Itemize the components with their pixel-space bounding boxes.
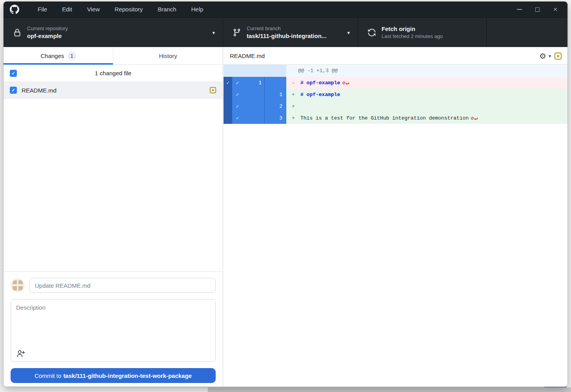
line-select-toggle[interactable]: 1 xyxy=(265,89,286,100)
menu-file[interactable]: File xyxy=(30,2,55,17)
return-arrow-icon: ↵ xyxy=(475,115,478,122)
current-branch-label: Current branch xyxy=(247,25,326,32)
modified-file-icon xyxy=(209,87,216,94)
menu-branch[interactable]: Branch xyxy=(150,2,184,17)
diff-hunk-row: @@ -1 +1,3 @@ xyxy=(224,65,567,77)
fetch-origin-button[interactable]: Fetch origin Last fetched 2 minutes ago xyxy=(358,18,487,47)
add-coauthor-button[interactable] xyxy=(16,349,26,358)
diff-pane: README.md ⚙ ▾ @@ -1 +1,3 @@ xyxy=(224,47,567,387)
minimize-button[interactable] xyxy=(510,2,528,17)
circle-slash-icon: ⊘ xyxy=(342,80,346,86)
hunk-select-handle[interactable] xyxy=(224,112,232,124)
menu-repository[interactable]: Repository xyxy=(107,2,150,17)
maximize-button[interactable] xyxy=(528,2,546,17)
line-select-toggle[interactable]: ✓ 1 xyxy=(232,77,264,89)
tab-history[interactable]: History xyxy=(113,47,223,64)
gear-icon: ⚙ xyxy=(539,52,546,60)
diff-options-button[interactable]: ⚙ ▾ xyxy=(539,52,551,60)
diff-line-text: This is a test for the GitHub integratio… xyxy=(300,115,469,121)
diff-row-removed: ✓ ✓ 1 - # opf-example ⊘↵ xyxy=(224,77,567,89)
circle-slash-icon: ⊘ xyxy=(471,115,474,122)
current-branch-dropdown[interactable]: Current branch task/111-github-integrati… xyxy=(223,18,358,47)
title-bar: File Edit View Repository Branch Help × xyxy=(4,2,567,17)
commit-description-wrap xyxy=(11,299,216,362)
file-row-readme[interactable]: ✓ README.md xyxy=(4,82,223,99)
github-logo-icon xyxy=(10,5,19,14)
chevron-down-icon: ▾ xyxy=(212,29,215,35)
diff-line-text: # opf-example xyxy=(300,92,340,98)
modified-file-icon xyxy=(554,52,562,60)
fetch-origin-subtitle: Last fetched 2 minutes ago xyxy=(382,33,443,40)
tab-history-label: History xyxy=(159,53,177,59)
line-select-toggle[interactable]: ✓ xyxy=(232,89,264,100)
new-line-number: 3 xyxy=(279,115,282,121)
diff-marker: + xyxy=(286,92,300,98)
commit-description-input[interactable] xyxy=(11,299,215,346)
commit-button-prefix: Commit to xyxy=(35,372,61,379)
diff-hunk-header: @@ -1 +1,3 @@ xyxy=(286,65,567,77)
diff-marker: - xyxy=(286,80,300,86)
check-icon: ✓ xyxy=(226,80,229,86)
commit-button[interactable]: Commit to task/111-github-integration-te… xyxy=(11,368,216,383)
lock-icon xyxy=(13,28,22,37)
diff-header: README.md ⚙ ▾ xyxy=(224,47,567,65)
check-icon: ✓ xyxy=(236,92,239,98)
no-newline-indicator: ⊘↵ xyxy=(471,115,478,122)
no-newline-indicator: ⊘↵ xyxy=(342,80,349,86)
maximize-icon xyxy=(535,7,540,12)
check-icon: ✓ xyxy=(236,80,239,86)
file-checkbox[interactable]: ✓ xyxy=(10,87,17,94)
diff-line-text: # opf-example xyxy=(300,80,340,86)
menu-edit[interactable]: Edit xyxy=(55,2,80,17)
diff-body: @@ -1 +1,3 @@ ✓ ✓ 1 xyxy=(224,65,567,124)
hunk-select-handle[interactable] xyxy=(224,100,232,112)
person-add-icon xyxy=(16,350,25,358)
background-scrollbar-strip xyxy=(208,387,571,392)
line-select-toggle[interactable]: ✓ xyxy=(232,100,264,112)
check-icon: ✓ xyxy=(11,87,15,93)
toolbar: Current repository opf-example ▾ Current… xyxy=(4,17,567,47)
check-icon: ✓ xyxy=(11,71,15,76)
chevron-down-icon: ▾ xyxy=(549,53,551,59)
menu-bar: File Edit View Repository Branch Help xyxy=(30,2,211,17)
current-repository-dropdown[interactable]: Current repository opf-example ▾ xyxy=(4,18,223,47)
avatar xyxy=(11,278,25,292)
changes-sidebar: Changes 1 History 1 changed file ✓ ✓ REA… xyxy=(4,47,223,387)
line-select-toggle[interactable]: 2 xyxy=(265,100,286,112)
return-arrow-icon: ↵ xyxy=(346,80,349,86)
changes-count-badge: 1 xyxy=(68,52,76,60)
diff-file-title: README.md xyxy=(230,53,265,59)
menu-help[interactable]: Help xyxy=(184,2,211,17)
diff-marker: + xyxy=(286,103,300,109)
commit-summary-input[interactable] xyxy=(29,278,216,293)
sync-icon xyxy=(367,28,376,37)
tab-changes-label: Changes xyxy=(40,53,64,59)
line-select-toggle[interactable] xyxy=(265,77,286,89)
close-button[interactable]: × xyxy=(546,2,564,17)
current-repository-value: opf-example xyxy=(27,32,68,40)
tab-changes[interactable]: Changes 1 xyxy=(4,47,113,64)
menu-view[interactable]: View xyxy=(80,2,107,17)
new-line-number: 1 xyxy=(279,92,282,98)
old-line-number: 1 xyxy=(258,80,262,86)
line-select-toggle[interactable]: 3 xyxy=(265,112,286,124)
select-all-checkbox[interactable]: ✓ xyxy=(10,70,17,77)
check-icon: ✓ xyxy=(236,103,239,109)
hunk-select-handle[interactable] xyxy=(224,89,232,100)
git-branch-icon xyxy=(233,28,241,37)
chevron-down-icon: ▾ xyxy=(347,29,350,35)
new-line-number: 2 xyxy=(279,103,282,109)
line-select-toggle[interactable]: ✓ xyxy=(232,112,264,124)
diff-row-added: ✓ 3 + This is a test for the GitHub inte… xyxy=(224,112,567,124)
commit-button-branch: task/111-github-integration-test-work-pa… xyxy=(63,372,192,379)
github-desktop-window: File Edit View Repository Branch Help × … xyxy=(3,1,568,387)
check-icon: ✓ xyxy=(236,115,239,121)
hunk-select-handle[interactable]: ✓ xyxy=(224,77,232,89)
commit-panel: Commit to task/111-github-integration-te… xyxy=(4,271,223,387)
diff-row-added: ✓ 2 + xyxy=(224,100,567,112)
diff-marker: + xyxy=(286,115,300,121)
sidebar-tabs: Changes 1 History xyxy=(4,47,223,65)
fetch-origin-title: Fetch origin xyxy=(382,25,443,33)
diff-row-added: ✓ 1 + # opf-example xyxy=(224,89,567,100)
changed-files-summary: 1 changed file xyxy=(4,70,223,76)
